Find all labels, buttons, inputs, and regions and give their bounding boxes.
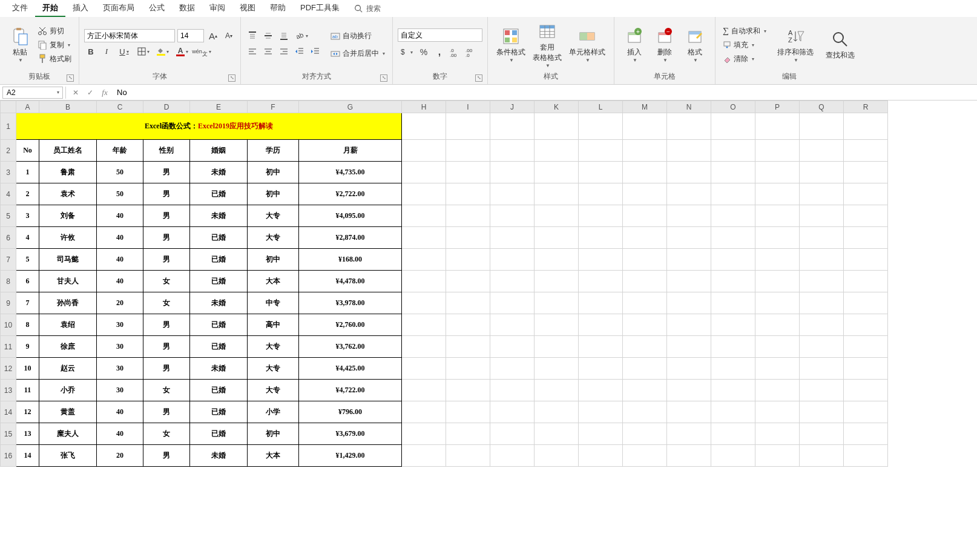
cell[interactable] (755, 423, 800, 445)
data-cell[interactable]: 大本 (248, 271, 299, 292)
cell[interactable] (667, 401, 711, 423)
comma-button[interactable]: , (433, 45, 446, 59)
column-header-L[interactable]: L (579, 101, 623, 113)
cell[interactable] (667, 380, 711, 401)
phonetic-button[interactable]: wén文▾ (193, 45, 210, 58)
cell[interactable] (844, 249, 888, 271)
decrease-font-button[interactable]: A▾ (222, 29, 235, 42)
column-header-B[interactable]: B (39, 101, 97, 113)
cell[interactable] (667, 249, 711, 271)
cell[interactable] (402, 336, 446, 358)
cell[interactable] (844, 336, 888, 358)
cell[interactable] (446, 401, 490, 423)
row-header-8[interactable]: 8 (1, 271, 16, 292)
cell[interactable] (844, 140, 888, 162)
cell[interactable] (490, 249, 535, 271)
cell[interactable] (490, 227, 535, 249)
cell[interactable] (623, 205, 667, 227)
formula-input[interactable] (112, 87, 977, 98)
data-cell[interactable]: 大专 (248, 205, 299, 227)
data-cell[interactable]: 高中 (248, 314, 299, 336)
data-cell[interactable]: 已婚 (190, 249, 248, 271)
cell[interactable] (844, 314, 888, 336)
cell[interactable] (623, 380, 667, 401)
cell[interactable] (844, 292, 888, 314)
italic-button[interactable]: I (100, 45, 113, 58)
data-cell[interactable]: 男 (143, 314, 190, 336)
cell[interactable] (623, 358, 667, 380)
cell[interactable] (711, 445, 755, 467)
cell[interactable] (800, 162, 844, 183)
cell[interactable] (711, 380, 755, 401)
cell[interactable] (755, 314, 800, 336)
salary-cell[interactable]: ¥2,760.00 (299, 314, 402, 336)
cancel-formula-button[interactable]: ✕ (68, 88, 83, 97)
cell[interactable] (490, 183, 535, 205)
cell[interactable] (844, 358, 888, 380)
cell[interactable] (535, 113, 579, 140)
salary-cell[interactable]: ¥4,722.00 (299, 380, 402, 401)
fill-button[interactable]: 填充▾ (720, 39, 769, 51)
data-cell[interactable]: 初中 (248, 423, 299, 445)
data-cell[interactable]: 男 (143, 227, 190, 249)
data-cell[interactable]: 初中 (248, 183, 299, 205)
cell[interactable] (402, 113, 446, 140)
cut-button[interactable]: 剪切 (35, 25, 74, 38)
align-middle-button[interactable] (262, 29, 275, 42)
data-cell[interactable]: 8 (16, 314, 39, 336)
cell[interactable] (667, 423, 711, 445)
data-cell[interactable]: 50 (97, 183, 143, 205)
merge-center-button[interactable]: 合并后居中▾ (328, 47, 387, 60)
cell[interactable] (711, 249, 755, 271)
data-cell[interactable]: 3 (16, 205, 39, 227)
confirm-formula-button[interactable]: ✓ (83, 88, 97, 97)
cell[interactable] (535, 423, 579, 445)
border-button[interactable]: ▾ (135, 45, 152, 58)
cell[interactable] (800, 336, 844, 358)
decrease-decimal-button[interactable]: .00.0 (464, 45, 478, 59)
cell[interactable] (623, 336, 667, 358)
cell[interactable] (402, 292, 446, 314)
menu-页面布局[interactable]: 页面布局 (96, 0, 142, 17)
salary-cell[interactable]: ¥2,722.00 (299, 183, 402, 205)
data-cell[interactable]: 男 (143, 162, 190, 183)
menu-审阅[interactable]: 审阅 (202, 0, 232, 17)
cell[interactable] (579, 358, 623, 380)
cell[interactable] (711, 227, 755, 249)
cell[interactable] (446, 162, 490, 183)
cell[interactable] (490, 205, 535, 227)
cell[interactable] (535, 445, 579, 467)
row-header-1[interactable]: 1 (1, 113, 16, 140)
cell[interactable] (490, 380, 535, 401)
align-dialog-launcher[interactable]: ⤡ (380, 74, 387, 82)
cell[interactable] (711, 336, 755, 358)
cell[interactable] (402, 162, 446, 183)
data-cell[interactable]: 小乔 (39, 380, 97, 401)
salary-cell[interactable]: ¥3,978.00 (299, 292, 402, 314)
cell[interactable] (711, 401, 755, 423)
cell[interactable] (844, 423, 888, 445)
salary-cell[interactable]: ¥4,425.00 (299, 358, 402, 380)
cell[interactable] (402, 227, 446, 249)
cell[interactable] (800, 380, 844, 401)
cell[interactable] (711, 314, 755, 336)
data-cell[interactable]: 40 (97, 249, 143, 271)
cell[interactable] (579, 423, 623, 445)
cell[interactable] (711, 113, 755, 140)
clear-button[interactable]: 清除▾ (720, 53, 769, 65)
column-header-K[interactable]: K (535, 101, 579, 113)
cell[interactable] (755, 401, 800, 423)
cell[interactable] (623, 314, 667, 336)
data-cell[interactable]: 许攸 (39, 227, 97, 249)
data-cell[interactable]: 刘备 (39, 205, 97, 227)
accounting-format-button[interactable]: $▾ (398, 45, 415, 59)
paste-button[interactable]: 粘贴▼ (5, 25, 35, 64)
data-cell[interactable]: 未婚 (190, 205, 248, 227)
cell[interactable] (490, 140, 535, 162)
data-cell[interactable]: 10 (16, 358, 39, 380)
cell[interactable] (579, 140, 623, 162)
delete-cells-button[interactable]: − 删除▼ (650, 25, 680, 64)
data-cell[interactable]: 未婚 (190, 358, 248, 380)
cell[interactable] (402, 249, 446, 271)
data-cell[interactable]: 黄盖 (39, 401, 97, 423)
